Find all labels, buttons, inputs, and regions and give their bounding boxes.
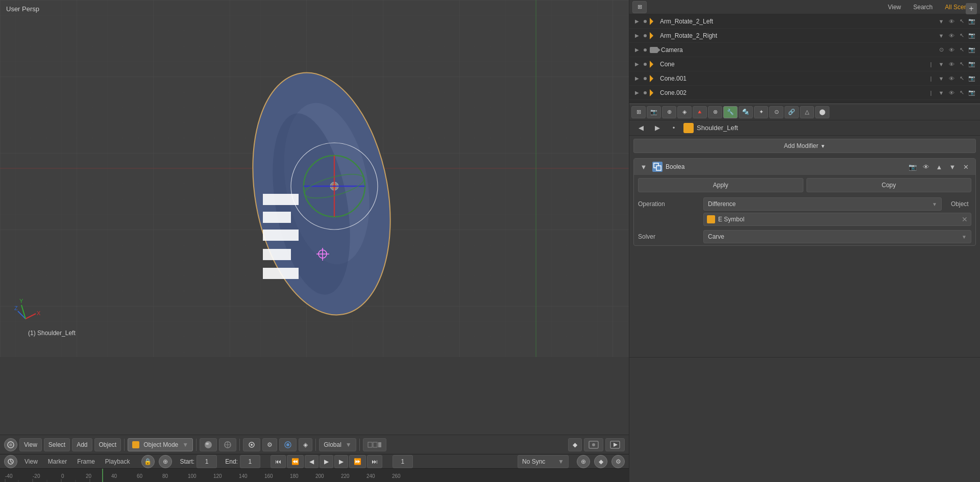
item-dot[interactable]: [644, 48, 647, 52]
object-field[interactable]: E Symbol ✕: [703, 213, 971, 226]
render-icon[interactable]: 📷: [968, 74, 976, 83]
prev-keyframe-btn[interactable]: ◀: [305, 455, 318, 468]
outliner-add-btn[interactable]: +: [966, 3, 977, 14]
modifier-collapse-btn[interactable]: ▼: [638, 161, 649, 172]
timeline-view-btn[interactable]: View: [21, 457, 41, 466]
cursor-icon[interactable]: ↖: [958, 46, 966, 54]
timeline-type-btn[interactable]: [4, 455, 17, 468]
timeline-playback-btn[interactable]: Playback: [102, 457, 133, 466]
filter-icon[interactable]: ▼: [937, 17, 945, 26]
solver-dropdown[interactable]: Carve ▼: [703, 230, 971, 243]
scene-prop-btn2[interactable]: 🔺: [693, 106, 707, 118]
visibility-icon[interactable]: 👁: [947, 60, 955, 68]
render-icon[interactable]: 📷: [968, 89, 976, 97]
prev-frame-btn[interactable]: ⏪: [287, 455, 304, 468]
timeline-settings-btn[interactable]: ⚙: [611, 455, 625, 468]
lock-btn[interactable]: 🔒: [141, 455, 155, 468]
outliner-item-cone-002[interactable]: ▶ Cone.002 | ▼ 👁 ↖ 📷: [629, 86, 980, 100]
outliner-layout-btn[interactable]: ⊞: [632, 1, 647, 13]
render-icon[interactable]: 📷: [968, 46, 976, 54]
visibility-icon[interactable]: 👁: [947, 46, 955, 54]
item-dot[interactable]: [644, 34, 647, 37]
item-dot[interactable]: [644, 91, 647, 94]
scene-prop-btn[interactable]: ⊞: [631, 106, 646, 118]
shading-wire-btn[interactable]: [219, 438, 236, 451]
mode-selector[interactable]: Object Mode ▼: [128, 438, 193, 451]
filter-icon[interactable]: ▼: [937, 32, 945, 40]
cursor-icon[interactable]: ↖: [958, 17, 966, 26]
visibility-icon[interactable]: 👁: [947, 89, 955, 97]
transform-orientation-btn[interactable]: Global ▼: [319, 438, 356, 451]
item-dot[interactable]: [644, 20, 647, 23]
outliner-item-arm-rotate-left[interactable]: ▶ Arm_Rotate_2_Left ▼ 👁 ↖ 📷: [629, 14, 980, 29]
start-frame-input[interactable]: 1: [197, 455, 217, 468]
next-keyframe-btn[interactable]: ▶: [334, 455, 348, 468]
visibility-icon[interactable]: 👁: [947, 32, 955, 40]
mirror-btn[interactable]: ◈: [299, 438, 312, 451]
apply-button[interactable]: Apply: [638, 178, 803, 192]
snap-btn[interactable]: [243, 438, 260, 451]
cursor-icon[interactable]: ↖: [958, 32, 966, 40]
outliner-item-cone[interactable]: ▶ Cone | ▼ 👁 ↖ 📷: [629, 57, 980, 71]
end-frame-input[interactable]: 1: [240, 455, 260, 468]
mod-close-btn[interactable]: ✕: [960, 161, 971, 172]
snap-options-btn[interactable]: ⚙: [262, 438, 277, 451]
current-frame-input[interactable]: 1: [393, 455, 413, 468]
physics-btn[interactable]: ⊙: [769, 106, 783, 118]
cursor-icon[interactable]: ↖: [958, 89, 966, 97]
jump-end-btn[interactable]: ⏭: [367, 455, 382, 468]
render-prop-btn[interactable]: 📷: [647, 106, 661, 118]
item-dot[interactable]: [644, 77, 647, 80]
object-clear-btn[interactable]: ✕: [962, 215, 968, 223]
outliner-item-cone-001[interactable]: ▶ Cone.001 | ▼ 👁 ↖ 📷: [629, 71, 980, 86]
viewport-gizmos-btn[interactable]: [363, 438, 386, 451]
proportional-btn[interactable]: [279, 438, 297, 451]
shading-solid-btn[interactable]: [200, 438, 217, 451]
render-icon[interactable]: 📷: [968, 60, 976, 68]
constraints-btn[interactable]: 🔗: [785, 106, 799, 118]
select-menu-btn[interactable]: Select: [44, 438, 70, 451]
material-btn[interactable]: ⬤: [815, 106, 829, 118]
world-prop-btn[interactable]: ⊗: [708, 106, 722, 118]
record-btn[interactable]: ⊕: [159, 455, 172, 468]
play-btn[interactable]: ▶: [320, 455, 333, 468]
breadcrumb-back-btn[interactable]: ◀: [634, 121, 648, 135]
timeline-frame-btn[interactable]: Frame: [74, 457, 98, 466]
render-preview-btn[interactable]: [584, 438, 603, 451]
view-menu-btn[interactable]: View: [19, 438, 42, 451]
filter-icon[interactable]: ⊙: [937, 46, 945, 54]
timeline-marker-btn[interactable]: Marker: [45, 457, 70, 466]
particles-btn[interactable]: ✦: [754, 106, 768, 118]
cursor-icon[interactable]: ↖: [958, 74, 966, 83]
breadcrumb-forward-btn[interactable]: ▶: [651, 121, 664, 135]
timeline-ruler[interactable]: -40 -20 0 20 40 60 80 100 120 140 160 18…: [0, 469, 629, 482]
viewport[interactable]: User Persp Z X Y (1) Shoulder_Left: [0, 0, 629, 357]
outliner-item-camera[interactable]: ▶ Camera ⊙ 👁 ↖ 📷: [629, 43, 980, 57]
cursor-icon[interactable]: ↖: [958, 60, 966, 68]
mod-camera-icon[interactable]: 📷: [907, 161, 918, 172]
keyframe-btn[interactable]: ◆: [568, 438, 582, 451]
render-icon[interactable]: 📷: [968, 17, 976, 26]
timeline-diamond-btn[interactable]: ◆: [594, 455, 607, 468]
modifier-prop-btn[interactable]: 🔩: [739, 106, 753, 118]
object-menu-btn[interactable]: Object: [94, 438, 121, 451]
filter-icon[interactable]: ▼: [937, 74, 945, 83]
filter-icon[interactable]: ▼: [937, 60, 945, 68]
render-icon[interactable]: 📷: [968, 32, 976, 40]
mod-down-btn[interactable]: ▼: [947, 161, 958, 172]
search-btn[interactable]: Search: [910, 3, 936, 12]
visibility-icon[interactable]: 👁: [947, 17, 955, 26]
mod-eye-icon[interactable]: 👁: [920, 161, 932, 172]
copy-button[interactable]: Copy: [806, 178, 972, 192]
render-btn[interactable]: [605, 438, 625, 451]
viewport-type-btn[interactable]: [4, 438, 17, 451]
item-dot[interactable]: [644, 63, 647, 66]
output-prop-btn[interactable]: ⊕: [662, 106, 676, 118]
mod-up-btn[interactable]: ▲: [934, 161, 945, 172]
operation-dropdown[interactable]: Difference ▼: [703, 197, 942, 211]
object-data-btn[interactable]: △: [800, 106, 814, 118]
sync-dropdown[interactable]: No Sync ▼: [518, 455, 569, 468]
add-menu-btn[interactable]: Add: [72, 438, 92, 451]
filter-icon[interactable]: ▼: [937, 89, 945, 97]
object-prop-btn[interactable]: 🔧: [723, 106, 738, 118]
